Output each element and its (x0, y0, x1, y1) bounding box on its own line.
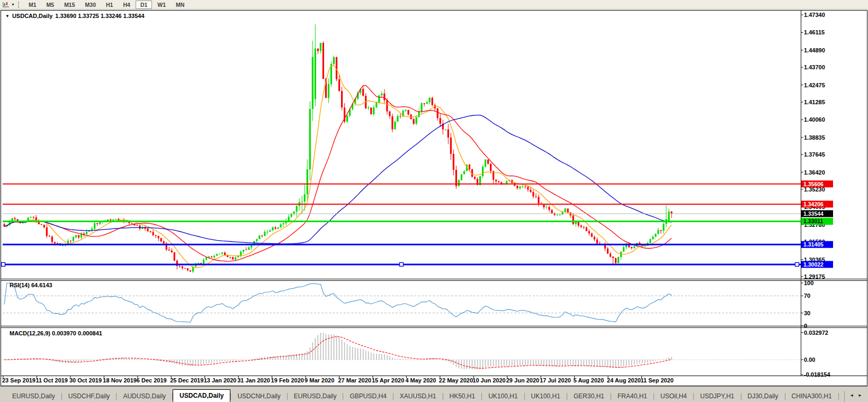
macd-histogram-bar (89, 360, 90, 361)
macd-histogram-bar (278, 356, 279, 360)
tab-AUDUSD-Daily[interactable]: AUDUSD,Daily (117, 391, 172, 402)
macd-histogram-bar (389, 356, 390, 360)
macd-histogram-bar (299, 353, 300, 360)
date-tick-label: 5 Aug 2020 (574, 377, 604, 383)
macd-histogram-bar (105, 358, 106, 360)
rsi-tick-label: 100 (804, 280, 813, 286)
hline-handle (795, 262, 799, 266)
tab-GBPUSD-H4[interactable]: GBPUSD,H4 (343, 391, 392, 402)
macd-histogram-bar (658, 360, 659, 360)
macd-histogram-bar (434, 358, 435, 360)
tab-USDJPY-H1[interactable]: USDJPY,H1 (694, 391, 740, 402)
tab-EURUSD-Daily[interactable]: EURUSD,Daily (288, 391, 343, 402)
svg-text:1.30022: 1.30022 (803, 261, 824, 268)
macd-histogram-bar (331, 334, 332, 360)
tab-scroll-left-button[interactable]: ◄ (848, 393, 855, 398)
macd-histogram-bar (437, 359, 438, 360)
macd-histogram-bar (387, 355, 388, 360)
macd-histogram-bar (44, 359, 45, 360)
tab-FRA40-H1[interactable]: FRA40,H1 (611, 391, 654, 402)
macd-histogram-bar (84, 360, 85, 361)
timeframe-button-W1[interactable]: W1 (153, 1, 171, 9)
timeframe-button-MN[interactable]: MN (171, 1, 189, 9)
macd-histogram-bar (155, 360, 156, 361)
macd-histogram-bar (171, 360, 172, 363)
timeframe-button-H4[interactable]: H4 (118, 1, 135, 9)
macd-histogram-bar (618, 360, 619, 368)
hline-1.33011[interactable]: 1.33011 (3, 218, 833, 225)
hline-1.30022[interactable]: 1.30022 (2, 261, 834, 268)
macd-histogram-bar (578, 360, 579, 366)
price-tick-label: 1.47340 (804, 12, 825, 18)
svg-text:1.33011: 1.33011 (803, 218, 824, 224)
date-tick-label: 18 Nov 2019 (103, 377, 137, 383)
macd-histogram-bar (504, 360, 505, 367)
tab-UK100-H1[interactable]: UK100,H1 (482, 391, 524, 402)
chart-tabbar: EURUSD,DailyUSDCHF,DailyAUDUSD,DailyUSDC… (0, 386, 868, 402)
macd-histogram-bar (453, 360, 454, 365)
macd-histogram-bar (384, 354, 385, 360)
macd-histogram-bar (533, 360, 534, 365)
macd-histogram-bar (73, 360, 74, 362)
macd-histogram-bar (131, 358, 132, 360)
hline-1.31405[interactable]: 1.31405 (3, 241, 833, 248)
chart-style-dropdown-icon[interactable]: ▼ (11, 3, 15, 6)
hline-1.34206[interactable]: 1.34206 (3, 200, 833, 207)
price-tick-label: 1.29175 (804, 273, 825, 280)
macd-histogram-bar (469, 360, 470, 369)
tab-HK50-H1[interactable]: HK50,H1 (443, 391, 482, 402)
timeframe-button-M1[interactable]: M1 (24, 1, 41, 9)
timeframe-button-D1[interactable]: D1 (136, 1, 152, 9)
price-chart-canvas[interactable]: 1.473401.461151.448901.437001.424751.412… (0, 0, 868, 386)
macd-histogram-bar (482, 360, 484, 369)
tab-CHINA300-H1[interactable]: CHINA300,H1 (785, 391, 838, 402)
macd-histogram-bar (671, 357, 672, 360)
macd-histogram-bar (631, 360, 632, 365)
tab-GER30-H1[interactable]: GER30,H1 (567, 391, 611, 402)
macd-histogram-bar (520, 360, 521, 366)
tab-EURUSD-Daily[interactable]: EURUSD,Daily (6, 391, 61, 402)
macd-histogram-bar (535, 360, 536, 365)
macd-histogram-bar (584, 360, 585, 366)
tab-UK100-H1[interactable]: UK100,H1 (525, 391, 567, 402)
macd-histogram-bar (660, 360, 661, 360)
macd-histogram-bar (65, 360, 66, 363)
macd-histogram-bar (461, 360, 462, 369)
macd-histogram-bar (102, 359, 103, 360)
timeframe-button-M30[interactable]: M30 (80, 1, 101, 9)
timeframe-button-H1[interactable]: H1 (101, 1, 118, 9)
macd-histogram-bar (379, 354, 380, 360)
macd-histogram-bar (323, 333, 324, 360)
price-axis: 1.473401.461151.448901.437001.424751.412… (801, 12, 825, 280)
macd-histogram-bar (480, 360, 481, 369)
timeframe-button-M15[interactable]: M15 (59, 1, 79, 9)
price-tick-label: 1.36420 (804, 169, 825, 176)
chart-style-icon[interactable] (2, 1, 10, 8)
svg-text:1.33544: 1.33544 (803, 211, 824, 217)
timeframe-button-M5[interactable]: M5 (42, 1, 59, 9)
tab-USDCNH-Daily[interactable]: USDCNH,Daily (231, 391, 287, 402)
chart-menu-caret-icon[interactable]: ▼ (5, 14, 10, 19)
date-tick-label: 11 Oct 2019 (35, 377, 68, 383)
tab-DJ30-Daily[interactable]: DJ30,Daily (741, 391, 785, 402)
tab-USOil-H1[interactable]: USOil,H1 (839, 391, 845, 402)
fast-ma-line (4, 66, 672, 268)
tab-USOil-H4[interactable]: USOil,H4 (654, 391, 693, 402)
macd-histogram-bar (639, 360, 640, 363)
tab-USDCAD-Daily[interactable]: USDCAD,Daily (173, 389, 230, 402)
macd-histogram-bar (621, 360, 622, 368)
macd-histogram-bar (92, 360, 93, 360)
macd-histogram-bar (467, 360, 468, 369)
tab-scroll-right-button[interactable]: ► (857, 393, 863, 398)
macd-histogram-bar (589, 360, 590, 366)
macd-histogram-bar (248, 360, 249, 360)
tab-XAUUSD-H1[interactable]: XAUUSD,H1 (393, 391, 443, 402)
macd-histogram-bar (190, 360, 191, 366)
rsi-tick-label: 30 (804, 310, 810, 316)
macd-histogram-bar (490, 360, 491, 367)
hline-1.33544[interactable]: 1.33544 (3, 210, 833, 217)
hline-1.35606[interactable]: 1.35606 (3, 180, 833, 187)
macd-histogram-bar (538, 360, 539, 366)
macd-histogram-bar (235, 360, 236, 361)
tab-USDCHF-Daily[interactable]: USDCHF,Daily (62, 391, 117, 402)
